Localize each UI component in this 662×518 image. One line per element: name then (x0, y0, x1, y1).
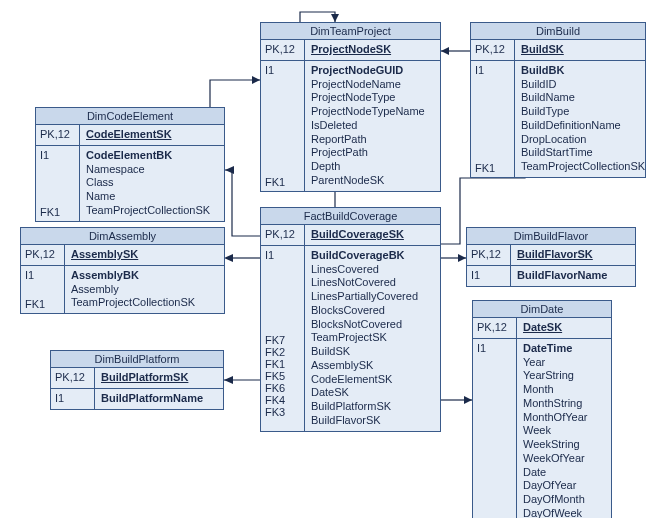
table-dimcodeelement: DimCodeElement PK,12 CodeElementSK I1 FK… (35, 107, 225, 222)
table-title: DimCodeElement (36, 108, 224, 125)
table-dimdate: DimDate PK,12 DateSK I1 DateTime Year Ye… (472, 300, 612, 518)
svg-marker-9 (464, 396, 472, 404)
svg-marker-8 (224, 376, 233, 384)
table-title: DimBuild (471, 23, 645, 40)
table-title: DimDate (473, 301, 611, 318)
svg-marker-5 (458, 254, 466, 262)
table-title: DimAssembly (21, 228, 224, 245)
table-title: DimBuildFlavor (467, 228, 635, 245)
svg-marker-0 (331, 14, 339, 22)
svg-marker-2 (252, 76, 260, 84)
svg-marker-7 (225, 166, 234, 174)
table-title: FactBuildCoverage (261, 208, 440, 225)
table-dimbuildplatform: DimBuildPlatform PK,12 BuildPlatformSK I… (50, 350, 224, 410)
table-dimbuildflavor: DimBuildFlavor PK,12 BuildFlavorSK I1 Bu… (466, 227, 636, 287)
table-dimbuild: DimBuild PK,12 BuildSK I1 FK1 BuildBK Bu… (470, 22, 646, 178)
table-title: DimTeamProject (261, 23, 440, 40)
table-title: DimBuildPlatform (51, 351, 223, 368)
table-dimteamproject: DimTeamProject PK,12 ProjectNodeSK I1 FK… (260, 22, 441, 192)
table-factbuildcoverage: FactBuildCoverage PK,12 BuildCoverageSK … (260, 207, 441, 432)
svg-marker-6 (224, 254, 233, 262)
table-dimassembly: DimAssembly PK,12 AssemblySK I1 FK1 Asse… (20, 227, 225, 314)
svg-marker-1 (441, 47, 449, 55)
